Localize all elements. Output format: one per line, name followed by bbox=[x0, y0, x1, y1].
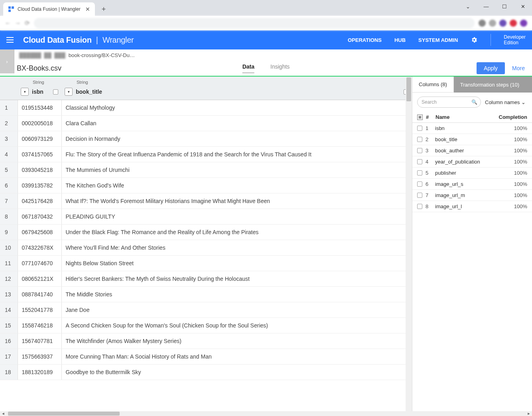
column-checkbox[interactable] bbox=[417, 170, 422, 175]
gear-icon[interactable] bbox=[471, 36, 478, 43]
breadcrumb-path[interactable]: book-crossing/BX-CSV-Du… bbox=[69, 52, 135, 58]
table-row[interactable]: 80671870432PLEADING GUILTY bbox=[0, 209, 412, 225]
col-name: publisher bbox=[435, 170, 456, 176]
table-row[interactable]: 12080652121XHitler's Secret Bankers: The… bbox=[0, 271, 412, 287]
cell-book-title: Where You'll Find Me: And Other Stories bbox=[61, 240, 412, 256]
section-name: Wrangler bbox=[102, 35, 134, 44]
side-panel: Columns (8) Transformation steps (10) Se… bbox=[412, 77, 532, 411]
apply-button[interactable]: Apply bbox=[477, 62, 505, 74]
column-checkbox[interactable] bbox=[417, 193, 422, 198]
row-number: 10 bbox=[0, 240, 18, 256]
row-number: 3 bbox=[0, 131, 18, 147]
table-row[interactable]: 161567407781The Witchfinder (Amos Walker… bbox=[0, 333, 412, 349]
cell-isbn: 074322678X bbox=[18, 240, 61, 256]
table-row[interactable]: 30060973129Decision in Normandy bbox=[0, 131, 412, 147]
cell-isbn: 0771074670 bbox=[18, 256, 61, 271]
column-list-row[interactable]: 4year_of_publication100% bbox=[412, 156, 532, 168]
nav-operations[interactable]: OPERATIONS bbox=[348, 37, 382, 43]
app-header: Cloud Data Fusion | Wrangler OPERATIONS … bbox=[0, 30, 532, 49]
column-menu-icon[interactable]: ▾ bbox=[65, 88, 73, 96]
app-title: Cloud Data Fusion | Wrangler bbox=[23, 35, 134, 45]
column-checkbox[interactable] bbox=[417, 126, 422, 131]
close-icon[interactable]: ✕ bbox=[85, 6, 90, 12]
table-row[interactable]: 151558746218A Second Chicken Soup for th… bbox=[0, 318, 412, 333]
forward-icon[interactable]: → bbox=[15, 20, 21, 27]
browser-tabstrip: Cloud Data Fusion | Wrangler ✕ + ⌄ — ☐ ✕ bbox=[0, 0, 532, 16]
browser-tab[interactable]: Cloud Data Fusion | Wrangler ✕ bbox=[3, 2, 95, 16]
cell-isbn: 0195153448 bbox=[18, 100, 61, 116]
tab-columns[interactable]: Columns (8) bbox=[412, 77, 454, 93]
row-number: 8 bbox=[0, 209, 18, 225]
url-input[interactable] bbox=[34, 18, 475, 28]
row-number: 17 bbox=[0, 349, 18, 365]
tab-insights[interactable]: Insights bbox=[270, 63, 290, 73]
tab-transformation-steps[interactable]: Transformation steps (10) bbox=[454, 77, 532, 93]
table-row[interactable]: 50393045218The Mummies of Urumchi bbox=[0, 162, 412, 178]
column-list-row[interactable]: 8image_url_l100% bbox=[412, 201, 532, 212]
column-list-row[interactable]: 3book_auther100% bbox=[412, 145, 532, 156]
cell-book-title: What If?: The World's Foremost Military … bbox=[61, 193, 412, 209]
cell-book-title: A Second Chicken Soup for the Woman's So… bbox=[61, 318, 412, 333]
row-number: 15 bbox=[0, 318, 18, 333]
search-input[interactable]: Search 🔍 bbox=[417, 97, 481, 108]
column-checkbox[interactable] bbox=[53, 89, 58, 95]
more-link[interactable]: More bbox=[512, 65, 525, 71]
table-row[interactable]: 130887841740The Middle Stories bbox=[0, 287, 412, 302]
table-row[interactable]: 171575663937More Cunning Than Man: A Soc… bbox=[0, 349, 412, 365]
select-all-checkbox[interactable] bbox=[417, 114, 423, 120]
col-head-num: # bbox=[426, 114, 432, 120]
hamburger-icon[interactable] bbox=[6, 35, 16, 45]
table-row[interactable]: 20002005018Clara Callan bbox=[0, 116, 412, 131]
horizontal-scrollbar[interactable]: ◄ ► bbox=[0, 411, 532, 416]
reload-icon[interactable]: ⟳ bbox=[25, 20, 30, 27]
col-name-isbn: isbn bbox=[32, 89, 43, 95]
column-list-row[interactable]: 1isbn100% bbox=[412, 123, 532, 134]
cell-isbn: 0002005018 bbox=[18, 116, 61, 131]
column-list-row[interactable]: 7image_url_m100% bbox=[412, 190, 532, 201]
tab-title: Cloud Data Fusion | Wrangler bbox=[18, 6, 81, 12]
table-row[interactable]: 60399135782The Kitchen God's Wife bbox=[0, 178, 412, 193]
url-bar: ← → ⟳ bbox=[0, 16, 532, 30]
cell-isbn: 1558746218 bbox=[18, 318, 61, 333]
maximize-button[interactable]: ☐ bbox=[495, 0, 514, 13]
column-checkbox[interactable] bbox=[417, 181, 422, 187]
column-list-row[interactable]: 5publisher100% bbox=[412, 168, 532, 179]
column-header-book-title: String ▾ book_title bbox=[61, 77, 412, 100]
column-names-filter[interactable]: Column names ⌄ bbox=[485, 99, 526, 105]
vertical-scrollbar[interactable] bbox=[406, 77, 412, 411]
table-row[interactable]: 181881320189Goodbye to the Buttermilk Sk… bbox=[0, 365, 412, 380]
new-tab-button[interactable]: + bbox=[98, 4, 109, 15]
cell-book-title: Classical Mythology bbox=[61, 100, 412, 116]
column-checkbox[interactable] bbox=[417, 159, 422, 164]
table-row[interactable]: 70425176428What If?: The World's Foremos… bbox=[0, 193, 412, 209]
svg-rect-0 bbox=[8, 6, 11, 9]
overflow-icon[interactable]: ⌄ bbox=[459, 0, 477, 13]
table-row[interactable]: 110771074670Nights Below Station Street bbox=[0, 256, 412, 271]
column-checkbox[interactable] bbox=[417, 148, 422, 153]
table-row[interactable]: 10074322678XWhere You'll Find Me: And Ot… bbox=[0, 240, 412, 256]
tab-data[interactable]: Data bbox=[242, 63, 254, 73]
table-row[interactable]: 141552041778Jane Doe bbox=[0, 302, 412, 318]
minimize-button[interactable]: — bbox=[477, 0, 495, 13]
table-row[interactable]: 10195153448Classical Mythology bbox=[0, 100, 412, 116]
col-num: 5 bbox=[426, 170, 432, 176]
col-completion: 100% bbox=[514, 125, 527, 131]
table-row[interactable]: 40374157065Flu: The Story of the Great I… bbox=[0, 147, 412, 162]
back-icon[interactable]: ← bbox=[5, 20, 11, 27]
column-list-row[interactable]: 6image_url_s100% bbox=[412, 179, 532, 190]
column-list-row[interactable]: 2book_title100% bbox=[412, 134, 532, 145]
col-num: 8 bbox=[426, 203, 432, 209]
col-num: 3 bbox=[426, 148, 432, 154]
table-row[interactable]: 90679425608Under the Black Flag: The Rom… bbox=[0, 225, 412, 240]
column-menu-icon[interactable]: ▾ bbox=[21, 88, 29, 96]
row-number: 5 bbox=[0, 162, 18, 178]
column-checkbox[interactable] bbox=[417, 204, 422, 209]
subheader: BX-Books.csv Data Insights Apply More bbox=[0, 61, 532, 77]
column-checkbox[interactable] bbox=[417, 137, 422, 142]
nav-hub[interactable]: HUB bbox=[394, 37, 406, 43]
nav-system-admin[interactable]: SYSTEM ADMIN bbox=[418, 37, 458, 43]
col-name: book_auther bbox=[435, 148, 464, 154]
close-window-button[interactable]: ✕ bbox=[514, 0, 532, 13]
data-table: String ▾ isbn String ▾ bbox=[0, 77, 412, 380]
svg-rect-1 bbox=[12, 6, 14, 9]
